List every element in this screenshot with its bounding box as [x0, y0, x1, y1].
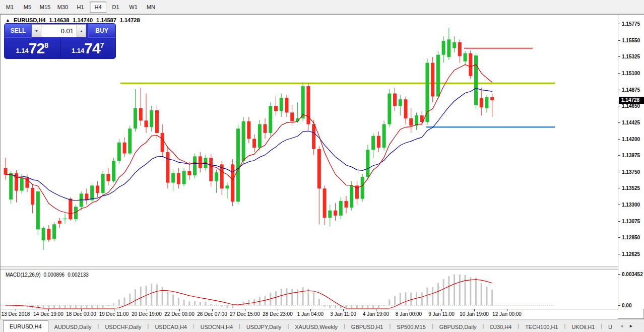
candle-body-down[interactable]: [377, 136, 380, 148]
chart-tab-usdcnh-h4[interactable]: USDCNH,H4: [195, 321, 239, 332]
candle-body-down[interactable]: [431, 63, 434, 97]
chart-tab-ukoil-h1[interactable]: UKOil,H1: [565, 321, 601, 332]
volume-decrease-button[interactable]: ▼: [32, 24, 41, 37]
candle-body-down[interactable]: [123, 143, 126, 154]
candle-body-up[interactable]: [399, 99, 402, 106]
candle-body-down[interactable]: [490, 97, 494, 100]
chart-tab-gbpusd-h1[interactable]: GBPUSD,H1: [345, 321, 390, 332]
macd-panel-canvas[interactable]: [1, 270, 618, 309]
candle-body-up[interactable]: [388, 94, 391, 124]
price-chart-canvas[interactable]: [1, 15, 618, 309]
volume-increase-button[interactable]: ▲: [77, 24, 86, 37]
candle-body-down[interactable]: [306, 86, 310, 124]
candle-body-down[interactable]: [409, 118, 413, 126]
candle-body-up[interactable]: [269, 106, 272, 133]
candle-body-down[interactable]: [96, 185, 99, 193]
chart-tab-audusd-daily[interactable]: AUDUSD,Daily: [48, 321, 98, 332]
candle-body-down[interactable]: [458, 42, 462, 56]
chart-tab-u[interactable]: U: [602, 321, 618, 332]
candle-body-up[interactable]: [101, 174, 105, 193]
candle-body-up[interactable]: [52, 224, 56, 239]
candle-body-up[interactable]: [182, 171, 186, 184]
candle-body-up[interactable]: [134, 108, 137, 129]
candle-body-up[interactable]: [447, 39, 450, 57]
candle-body-down[interactable]: [290, 112, 294, 121]
candle-body-down[interactable]: [161, 133, 164, 152]
candle-body-down[interactable]: [274, 106, 278, 111]
tabs-scroll-right-icon[interactable]: ►: [629, 323, 633, 328]
candle-body-up[interactable]: [382, 124, 386, 148]
candle-body-down[interactable]: [187, 171, 191, 175]
candle-body-down[interactable]: [4, 168, 8, 175]
candle-body-up[interactable]: [215, 172, 218, 181]
candle-body-up[interactable]: [225, 185, 229, 188]
candle-body-up[interactable]: [328, 211, 332, 218]
chart-tab-dj30-h4[interactable]: DJ30,H4: [484, 321, 518, 332]
candle-body-up[interactable]: [112, 161, 115, 181]
buy-button[interactable]: BUY: [88, 24, 115, 38]
candle-body-up[interactable]: [415, 115, 418, 125]
timeframe-button-h4[interactable]: H4: [90, 2, 106, 13]
timeframe-button-m1[interactable]: M1: [2, 2, 18, 13]
candle-body-up[interactable]: [301, 86, 305, 118]
candle-body-down[interactable]: [209, 158, 213, 181]
timeframe-button-m5[interactable]: M5: [19, 2, 36, 13]
candle-body-down[interactable]: [252, 139, 256, 148]
buy-price[interactable]: 1.14 74 7: [60, 38, 116, 58]
candle-body-up[interactable]: [453, 42, 456, 48]
candle-body-up[interactable]: [485, 97, 488, 108]
chart-tab-gbpusd-daily[interactable]: GBPUSD,Daily: [433, 321, 483, 332]
chart-tab-xauusd-weekly[interactable]: XAUUSD,Weekly: [289, 321, 344, 332]
candle-body-down[interactable]: [69, 198, 72, 219]
candle-body-down[interactable]: [334, 211, 337, 216]
candle-body-up[interactable]: [464, 53, 467, 61]
candle-body-down[interactable]: [231, 164, 234, 202]
tabs-scroll-left-icon[interactable]: ◄: [619, 323, 624, 328]
volume-input[interactable]: 0.01: [41, 24, 77, 37]
sell-button[interactable]: SELL: [5, 24, 32, 38]
candle-body-down[interactable]: [404, 99, 408, 118]
candle-body-down[interactable]: [155, 110, 159, 133]
candle-body-up[interactable]: [339, 201, 343, 216]
candle-body-up[interactable]: [474, 55, 478, 105]
chart-tab-usdjpy-daily[interactable]: USDJPY,Daily: [240, 321, 288, 332]
candle-body-up[interactable]: [128, 128, 132, 153]
candle-body-down[interactable]: [264, 124, 267, 133]
candle-body-up[interactable]: [171, 173, 175, 183]
candle-body-up[interactable]: [361, 177, 364, 199]
candle-body-down[interactable]: [285, 98, 288, 112]
candle-body-down[interactable]: [106, 174, 110, 181]
candle-body-up[interactable]: [436, 55, 440, 97]
candle-body-up[interactable]: [371, 136, 375, 150]
sell-price[interactable]: 1.14 72 8: [5, 38, 60, 58]
candle-body-up[interactable]: [280, 98, 283, 111]
candle-body-up[interactable]: [150, 110, 153, 127]
timeframe-button-m15[interactable]: M15: [37, 2, 53, 13]
trade-panel-collapse-icon[interactable]: ▲: [6, 18, 10, 23]
candle-body-up[interactable]: [350, 185, 353, 208]
candle-body-up[interactable]: [74, 207, 78, 219]
chart-tab-usdchf-daily[interactable]: USDCHF,Daily: [99, 321, 147, 332]
candle-body-down[interactable]: [344, 201, 348, 208]
timeframe-button-w1[interactable]: W1: [125, 2, 142, 13]
chart-tab-eurusd-h4[interactable]: EURUSD,H4: [3, 320, 48, 332]
time-axis[interactable]: 13 Dec 201814 Dec 19:0018 Dec 00:0019 De…: [1, 309, 618, 319]
candle-body-down[interactable]: [247, 121, 250, 139]
candle-body-down[interactable]: [47, 229, 50, 240]
candle-body-down[interactable]: [177, 173, 180, 184]
candle-body-up[interactable]: [242, 121, 245, 161]
candle-body-up[interactable]: [63, 219, 67, 220]
candle-body-down[interactable]: [312, 124, 315, 149]
chart-tab-tech100-h1[interactable]: TECH100,H1: [519, 321, 564, 332]
panel-splitter[interactable]: [1, 267, 618, 270]
timeframe-button-d1[interactable]: D1: [107, 2, 124, 13]
candle-body-up[interactable]: [9, 173, 13, 200]
price-axis[interactable]: 1.157751.155501.153251.151001.148751.146…: [618, 15, 644, 309]
candle-body-up[interactable]: [90, 185, 94, 200]
candle-body-down[interactable]: [199, 156, 202, 168]
candle-body-up[interactable]: [20, 177, 24, 190]
candle-body-down[interactable]: [139, 108, 143, 121]
candle-body-down[interactable]: [393, 94, 397, 106]
timeframe-button-h1[interactable]: H1: [72, 2, 89, 13]
candle-body-up[interactable]: [236, 128, 240, 202]
